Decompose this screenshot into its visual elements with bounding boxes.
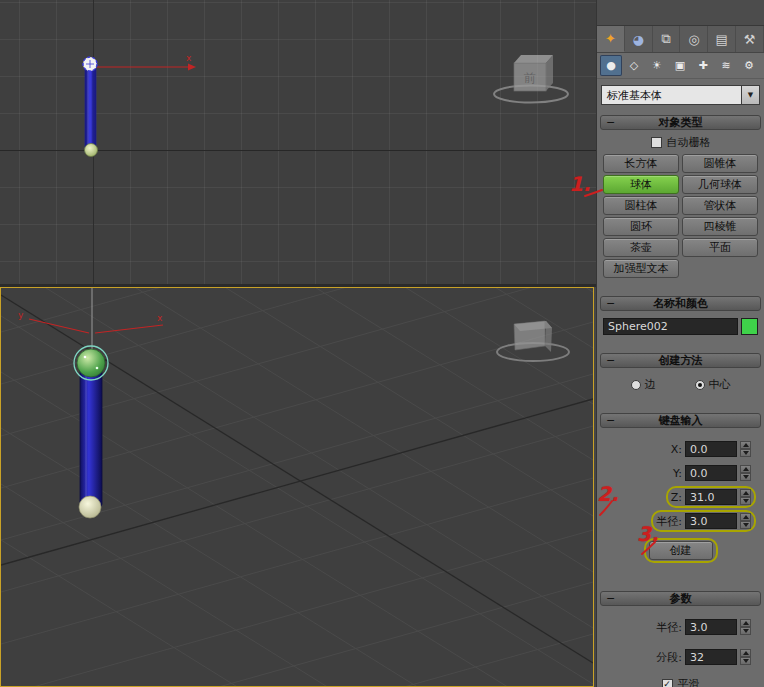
autogrid-checkbox[interactable]	[651, 137, 662, 148]
radius-spinner[interactable]	[740, 513, 751, 529]
autogrid-label: 自动栅格	[667, 135, 711, 150]
teapot-button[interactable]: 茶壶	[603, 238, 679, 257]
x-input[interactable]: 0.0	[685, 441, 737, 457]
create-highlight-circle: 创建	[644, 538, 718, 563]
perspective-grid-axes	[1, 295, 593, 663]
param-radius-row: 半径: 3.0	[601, 616, 756, 638]
category-space-warps[interactable]: ≋	[715, 55, 737, 76]
pyramid-button[interactable]: 四棱锥	[682, 217, 758, 236]
radius-input[interactable]: 3.0	[685, 513, 737, 529]
y-row: Y: 0.0	[601, 462, 756, 484]
perspective-grid	[1, 288, 593, 686]
cylinder-object[interactable]	[80, 363, 102, 507]
cone-button[interactable]: 圆锥体	[682, 154, 758, 173]
param-radius-label: 半径:	[656, 620, 682, 635]
plane-button[interactable]: 平面	[682, 238, 758, 257]
collapse-icon: −	[606, 354, 615, 367]
tripod-x-axis	[95, 325, 163, 333]
z-label: Z:	[671, 491, 682, 504]
rollout-name-color-title: 名称和颜色	[653, 296, 708, 311]
tube-button[interactable]: 管状体	[682, 196, 758, 215]
create-row: 创建	[601, 538, 760, 563]
tab-utilities[interactable]: ⚒	[736, 26, 764, 52]
param-radius-spinner[interactable]	[740, 619, 751, 635]
x-row: X: 0.0	[601, 438, 756, 460]
subcategory-dropdown[interactable]: 标准基本体	[601, 85, 742, 105]
tripod-y-axis	[29, 319, 89, 333]
radio-edge-label: 边	[645, 377, 656, 392]
rollout-object-type-title: 对象类型	[659, 115, 703, 130]
category-shapes[interactable]: ◇	[623, 55, 645, 76]
sphere-object-front-selected[interactable]	[83, 57, 97, 71]
tab-create[interactable]: ✦	[597, 26, 625, 52]
cylinder-button[interactable]: 圆柱体	[603, 196, 679, 215]
space-warps-icon: ≋	[721, 59, 730, 72]
radio-center[interactable]: 中心	[695, 377, 731, 392]
category-cameras[interactable]: ▣	[669, 55, 691, 76]
collapse-icon: −	[606, 592, 615, 605]
category-lights[interactable]: ☀	[646, 55, 668, 76]
tripod-y-label: y	[18, 310, 24, 320]
z-input[interactable]: 31.0	[685, 489, 737, 505]
category-systems[interactable]: ⚙	[738, 55, 760, 76]
radio-edge[interactable]: 边	[631, 377, 656, 392]
smooth-label: 平滑	[678, 677, 700, 687]
helpers-icon: ✚	[698, 59, 707, 72]
viewport-perspective-active[interactable]: x y	[0, 287, 594, 687]
radio-center-circle-selected	[695, 380, 705, 390]
rollout-object-type-header[interactable]: − 对象类型	[600, 115, 761, 130]
sphere-object-bottom[interactable]	[79, 496, 101, 518]
create-icon: ✦	[605, 31, 616, 46]
cylinder-object-front[interactable]	[85, 66, 96, 152]
rollout-name-color-header[interactable]: − 名称和颜色	[600, 296, 761, 311]
check-icon: ✓	[663, 680, 671, 687]
textplus-button[interactable]: 加强型文本	[603, 259, 679, 278]
object-name-input[interactable]: Sphere002	[603, 318, 738, 335]
sphere-vertex-dot2	[96, 367, 99, 370]
collapse-icon: −	[606, 414, 615, 427]
smooth-row: ✓ 平滑	[601, 676, 760, 687]
rollout-parameters-title: 参数	[670, 591, 692, 606]
box-button[interactable]: 长方体	[603, 154, 679, 173]
rollout-name-color: − 名称和颜色 Sphere002	[600, 296, 761, 337]
y-spinner[interactable]	[740, 465, 751, 481]
cameras-icon: ▣	[675, 59, 685, 72]
rollout-parameters: − 参数 半径: 3.0 分段: 32 ✓ 平滑	[600, 591, 761, 687]
collapse-icon: −	[606, 297, 615, 310]
radio-edge-circle	[631, 380, 641, 390]
param-segments-spinner[interactable]	[740, 649, 751, 665]
viewcube-perspective[interactable]	[497, 321, 569, 361]
display-icon: ▤	[716, 32, 728, 47]
radius-label: 半径:	[656, 514, 682, 529]
rollout-parameters-header[interactable]: − 参数	[600, 591, 761, 606]
collapse-icon: −	[606, 116, 615, 129]
object-color-swatch[interactable]	[741, 318, 758, 335]
sphere-button-active[interactable]: 球体	[603, 175, 679, 194]
category-geometry[interactable]: ●	[600, 55, 622, 76]
param-radius-input[interactable]: 3.0	[685, 619, 737, 635]
category-helpers[interactable]: ✚	[692, 55, 714, 76]
tripod-x-label: x	[157, 313, 163, 323]
hierarchy-icon: ⧉	[661, 31, 670, 47]
geosphere-button[interactable]: 几何球体	[682, 175, 758, 194]
z-spinner[interactable]	[740, 489, 751, 505]
sphere-object-selected[interactable]	[77, 349, 105, 377]
tab-display[interactable]: ▤	[708, 26, 736, 52]
smooth-checkbox-checked[interactable]: ✓	[662, 679, 673, 687]
y-input[interactable]: 0.0	[685, 465, 737, 481]
tab-hierarchy[interactable]: ⧉	[653, 26, 681, 52]
tab-modify[interactable]: ◕	[625, 26, 653, 52]
utilities-icon: ⚒	[744, 32, 756, 47]
torus-button[interactable]: 圆环	[603, 217, 679, 236]
param-segments-input[interactable]: 32	[685, 649, 737, 665]
subcategory-dropdown-row: 标准基本体 ▼	[601, 85, 760, 105]
create-button[interactable]: 创建	[649, 541, 713, 560]
rollout-creation-method-header[interactable]: − 创建方法	[600, 353, 761, 368]
rollout-keyboard-entry-header[interactable]: − 键盘输入	[600, 413, 761, 428]
dropdown-arrow-icon[interactable]: ▼	[742, 85, 760, 105]
viewport-front[interactable]: x 前	[0, 0, 596, 284]
viewcube-front[interactable]: 前	[494, 55, 568, 103]
x-spinner[interactable]	[740, 441, 751, 457]
rollout-creation-method-title: 创建方法	[659, 353, 703, 368]
tab-motion[interactable]: ◎	[680, 26, 708, 52]
